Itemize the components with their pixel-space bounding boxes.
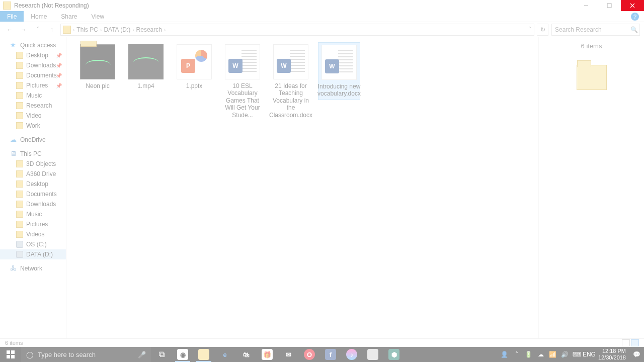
taskbar-clock[interactable]: 12:18 PM 12/30/2018: [595, 348, 629, 360]
tray-people[interactable]: 👤: [499, 347, 511, 362]
sidebar-item[interactable]: Video: [0, 111, 66, 121]
address-bar: ← → ˅ ↑ › This PC › DATA (D:) › Research…: [0, 22, 644, 37]
nav-forward-button[interactable]: →: [18, 24, 29, 35]
taskbar-opera[interactable]: O: [299, 347, 320, 362]
file-label: 1.mp4: [137, 82, 154, 89]
action-center-button[interactable]: 💬: [629, 347, 644, 362]
start-button[interactable]: [0, 347, 21, 362]
taskbar-itunes[interactable]: ♪: [341, 347, 362, 362]
sidebar-item[interactable]: Work: [0, 121, 66, 131]
status-bar: 6 items: [0, 338, 644, 347]
sidebar-item[interactable]: Pictures📌: [0, 80, 66, 90]
mic-icon[interactable]: 🎤: [138, 351, 146, 358]
chevron-right-icon: ›: [73, 27, 74, 33]
taskbar-search[interactable]: ◯ Type here to search 🎤: [21, 347, 151, 362]
sidebar-item[interactable]: Desktop📌: [0, 50, 66, 60]
sidebar-onedrive[interactable]: ☁OneDrive: [0, 135, 66, 145]
file-item[interactable]: 1.pptx: [173, 42, 215, 92]
nav-back-button[interactable]: ←: [4, 24, 15, 35]
search-icon: 🔍: [630, 26, 638, 33]
taskbar-app[interactable]: [362, 347, 383, 362]
view-large-icons-button[interactable]: [631, 339, 639, 346]
folder-preview-icon: [577, 65, 607, 90]
tray-battery-icon[interactable]: 🔋: [523, 347, 535, 362]
chevron-right-icon: ›: [100, 27, 102, 33]
sidebar-this-pc[interactable]: 🖥This PC: [0, 149, 66, 159]
file-label: Introducing new vocabulary.docx: [317, 83, 361, 98]
taskbar-search-placeholder: Type here to search: [38, 351, 96, 358]
minimize-button[interactable]: [575, 0, 598, 11]
tray-network-icon[interactable]: 📶: [547, 347, 559, 362]
breadcrumb-seg[interactable]: DATA (D:): [104, 26, 130, 33]
sidebar-item[interactable]: OS (C:): [0, 239, 66, 249]
folder-icon: [63, 26, 71, 34]
sidebar-item[interactable]: Desktop: [0, 179, 66, 189]
taskbar-store[interactable]: 🛍: [235, 347, 257, 362]
docx-icon: [321, 45, 357, 80]
disk-icon: [16, 251, 23, 258]
nav-recent-button[interactable]: ˅: [32, 24, 43, 35]
nav-up-button[interactable]: ↑: [46, 24, 57, 35]
taskbar-mail[interactable]: ✉: [278, 347, 299, 362]
sidebar-item[interactable]: DATA (D:): [0, 249, 66, 259]
taskbar-app-gift[interactable]: 🎁: [257, 347, 278, 362]
sidebar-item[interactable]: Documents📌: [0, 70, 66, 80]
tray-chevron[interactable]: ˄: [511, 347, 523, 362]
sidebar-item[interactable]: Music: [0, 90, 66, 101]
task-view-button[interactable]: ⧉: [151, 347, 172, 362]
svg-rect-1: [607, 4, 611, 8]
taskbar-edge[interactable]: e: [214, 347, 235, 362]
taskbar-facebook[interactable]: f: [320, 347, 341, 362]
breadcrumb-seg[interactable]: This PC: [76, 26, 98, 33]
sidebar-item[interactable]: A360 Drive: [0, 169, 66, 179]
breadcrumb-seg[interactable]: Research: [136, 26, 162, 33]
help-icon[interactable]: ?: [631, 13, 639, 21]
folder-icon: [16, 191, 23, 198]
chevron-right-icon: ›: [132, 27, 134, 33]
folder-icon: [16, 160, 23, 167]
tray-input-icon[interactable]: ⌨: [571, 347, 583, 362]
nav-pane: ★Quick access Desktop📌Downloads📌Document…: [0, 37, 66, 338]
folder-icon: [16, 170, 23, 177]
file-item[interactable]: 1.mp4: [125, 42, 167, 92]
sidebar-item[interactable]: 3D Objects: [0, 159, 66, 169]
search-box[interactable]: 🔍: [551, 24, 640, 36]
sidebar-item[interactable]: Research: [0, 101, 66, 111]
tab-view[interactable]: View: [84, 11, 111, 22]
file-label: 1.pptx: [186, 82, 203, 89]
tray-volume-icon[interactable]: 🔊: [559, 347, 571, 362]
sidebar-item[interactable]: Documents: [0, 189, 66, 199]
refresh-button[interactable]: ↻: [537, 24, 548, 36]
taskbar: ◯ Type here to search 🎤 ⧉ ◉ e 🛍 🎁 ✉ O f …: [0, 347, 644, 362]
search-input[interactable]: [555, 26, 630, 33]
folder-icon: [16, 52, 23, 59]
taskbar-explorer[interactable]: [193, 347, 214, 362]
breadcrumb[interactable]: › This PC › DATA (D:) › Research › ˅: [60, 24, 534, 36]
sidebar-item[interactable]: Pictures: [0, 219, 66, 229]
breadcrumb-dropdown[interactable]: ˅: [529, 26, 532, 33]
file-item[interactable]: 10 ESL Vocabulary Games That Will Get Yo…: [221, 42, 264, 121]
svg-rect-7: [11, 355, 15, 358]
tab-home[interactable]: Home: [24, 11, 54, 22]
view-details-button[interactable]: [622, 339, 630, 346]
file-item[interactable]: Introducing new vocabulary.docx: [318, 42, 360, 100]
sidebar-item[interactable]: Downloads📌: [0, 60, 66, 70]
folder-icon: [3, 2, 11, 10]
tray-onedrive-icon[interactable]: ☁: [535, 347, 547, 362]
close-button[interactable]: [621, 0, 644, 11]
sidebar-quick-access[interactable]: ★Quick access: [0, 40, 66, 50]
sidebar-item[interactable]: Videos: [0, 229, 66, 239]
tab-file[interactable]: File: [0, 11, 24, 22]
tab-share[interactable]: Share: [54, 11, 84, 22]
file-item[interactable]: 21 Ideas for Teaching Vocabulary in the …: [270, 42, 312, 121]
taskbar-app2[interactable]: ⬢: [383, 347, 405, 362]
sidebar-network[interactable]: 🖧Network: [0, 263, 66, 274]
taskbar-chrome[interactable]: ◉: [172, 347, 193, 362]
sidebar-item[interactable]: Music: [0, 209, 66, 219]
tray-language[interactable]: ENG: [583, 347, 595, 362]
sidebar-item[interactable]: Downloads: [0, 199, 66, 209]
pin-icon: 📌: [56, 53, 62, 58]
file-area[interactable]: Neon pic1.mp41.pptx10 ESL Vocabulary Gam…: [66, 37, 538, 338]
maximize-button[interactable]: [598, 0, 621, 11]
file-item[interactable]: Neon pic: [76, 42, 119, 92]
